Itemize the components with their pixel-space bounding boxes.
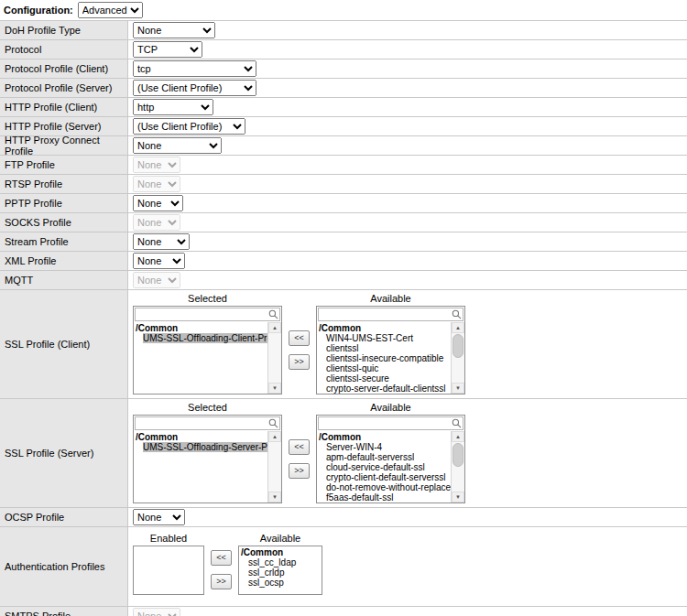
- list-item[interactable]: ssl_ocsp: [239, 578, 322, 588]
- field-label-xml-profile: XML Profile: [0, 252, 128, 270]
- http-proxy-connect-profile-select[interactable]: None: [133, 137, 222, 154]
- scroll-up-arrow-icon[interactable]: ▲: [452, 431, 464, 442]
- list-item-text: /Common: [319, 432, 361, 442]
- ssl-profile-server-move-buttons: <<>>: [289, 439, 310, 479]
- stream-profile-content: None: [128, 232, 687, 251]
- ssl-profile-server-left-column: Selected/CommonUMS-SSL-Offloading-Server…: [133, 402, 282, 503]
- doh-profile-type-select[interactable]: None: [133, 22, 215, 38]
- row-smtps-profile: SMTPS ProfileNone: [0, 607, 687, 616]
- rtsp-profile-select: None: [133, 176, 180, 192]
- list-item[interactable]: ssl_cc_ldap: [239, 557, 322, 567]
- list-item[interactable]: ssl_crldp: [239, 567, 322, 578]
- xml-profile-select[interactable]: None: [133, 253, 185, 269]
- list-item[interactable]: /Common: [134, 432, 267, 442]
- pptp-profile-select[interactable]: None: [133, 195, 183, 211]
- doh-profile-type-content: None: [128, 21, 687, 39]
- ssl-profile-server-left-title: Selected: [133, 402, 282, 415]
- stream-profile-select[interactable]: None: [133, 233, 190, 250]
- list-item[interactable]: clientssl-quic: [317, 363, 451, 373]
- list-item[interactable]: /Common: [134, 323, 267, 333]
- authentication-profiles-left-title: Enabled: [133, 533, 204, 546]
- scroll-track[interactable]: [268, 333, 281, 383]
- authentication-profiles-right-listbox: /Commonssl_cc_ldapssl_crldpssl_ocsp: [238, 546, 322, 595]
- protocol-profile-client-select[interactable]: tcp: [133, 60, 256, 77]
- list-item[interactable]: clientssl-secure: [317, 373, 451, 384]
- scroll-thumb[interactable]: [453, 443, 463, 467]
- ssl-profile-client-right-search: [317, 307, 464, 322]
- scroll-track[interactable]: [268, 442, 281, 492]
- protocol-profile-server-select[interactable]: (Use Client Profile): [133, 80, 256, 96]
- ssl-profile-client-left-list-body: /CommonUMS-SSL-Offloading-Client-Profile…: [134, 322, 281, 394]
- scroll-track[interactable]: [452, 442, 464, 492]
- list-item-text: apm-default-serverssl: [326, 452, 414, 462]
- list-item[interactable]: /Common: [317, 432, 451, 442]
- list-item-text: ssl_cc_ldap: [248, 557, 296, 567]
- authentication-profiles-right-column: Available/Commonssl_cc_ldapssl_crldpssl_…: [238, 533, 322, 595]
- ssl-profile-server-left-search: [134, 416, 281, 431]
- ftp-profile-select: None: [133, 157, 180, 173]
- list-item[interactable]: /Common: [317, 323, 451, 333]
- ssl-profile-client-move-to-right-button[interactable]: >>: [289, 354, 310, 370]
- field-label-mqtt: MQTT: [0, 271, 128, 289]
- scroll-up-arrow-icon[interactable]: ▲: [452, 322, 464, 333]
- scroll-down-arrow-icon[interactable]: ▼: [268, 383, 281, 394]
- list-item[interactable]: f5aas-default-ssl: [317, 492, 451, 503]
- list-item-text: clientssl: [326, 343, 359, 353]
- ocsp-profile-select[interactable]: None: [133, 509, 185, 525]
- configuration-mode-select[interactable]: Advanced: [78, 2, 143, 18]
- list-item[interactable]: clientssl-insecure-compatible: [317, 353, 451, 363]
- scroll-down-arrow-icon[interactable]: ▼: [268, 492, 281, 503]
- protocol-content: TCP: [128, 40, 687, 59]
- search-input[interactable]: [136, 309, 267, 320]
- ssl-profile-client-right-list-body: /CommonWIN4-UMS-EST-Certclientsslclients…: [317, 322, 464, 394]
- http-profile-server-select[interactable]: (Use Client Profile): [133, 118, 245, 135]
- scroll-track[interactable]: [452, 333, 464, 383]
- row-protocol: ProtocolTCP: [0, 40, 687, 59]
- authentication-profiles-move-to-right-button[interactable]: >>: [211, 574, 232, 589]
- row-doh-profile-type: DoH Profile TypeNone: [0, 21, 687, 40]
- list-item[interactable]: clientssl: [317, 343, 451, 353]
- list-item[interactable]: crypto-client-default-serverssl: [317, 472, 451, 482]
- scroll-up-arrow-icon[interactable]: ▲: [268, 322, 281, 333]
- ssl-profile-server-right-title: Available: [316, 402, 465, 415]
- http-profile-server-content: (Use Client Profile): [128, 117, 687, 135]
- authentication-profiles-content: Enabled<<>>Available/Commonssl_cc_ldapss…: [128, 527, 687, 606]
- protocol-select[interactable]: TCP: [133, 41, 202, 58]
- ssl-profile-client-move-to-left-button[interactable]: <<: [289, 330, 310, 346]
- list-item[interactable]: cloud-service-default-ssl: [317, 462, 451, 472]
- scroll-thumb[interactable]: [453, 334, 463, 358]
- http-profile-client-select[interactable]: http: [133, 99, 213, 115]
- list-item-text: clientssl-secure: [326, 373, 389, 384]
- list-item[interactable]: UMS-SSL-Offloading-Client-Profile: [134, 333, 267, 343]
- authentication-profiles-left-column: Enabled: [133, 533, 204, 595]
- authentication-profiles-left-profile-list: [134, 546, 203, 594]
- row-protocol-profile-server: Protocol Profile (Server)(Use Client Pro…: [0, 79, 687, 98]
- search-icon: [267, 418, 279, 428]
- list-item[interactable]: UMS-SSL-Offloading-Server-Profile: [134, 442, 267, 452]
- list-item[interactable]: WIN4-UMS-EST-Cert: [317, 333, 451, 343]
- ssl-profile-server-move-to-left-button[interactable]: <<: [289, 439, 310, 455]
- search-field: [318, 416, 463, 430]
- list-item-text: /Common: [241, 547, 283, 557]
- list-item-text: clientssl-insecure-compatible: [326, 353, 443, 363]
- scroll-up-arrow-icon[interactable]: ▲: [268, 431, 281, 442]
- search-input[interactable]: [319, 418, 451, 429]
- scroll-down-arrow-icon[interactable]: ▼: [452, 383, 464, 394]
- search-input[interactable]: [319, 309, 451, 320]
- ssl-profile-server-right-search: [317, 416, 464, 431]
- list-item[interactable]: crypto-server-default-clientssl: [317, 384, 451, 394]
- list-item[interactable]: /Common: [239, 547, 322, 557]
- scroll-down-arrow-icon[interactable]: ▼: [452, 492, 464, 503]
- search-input[interactable]: [136, 418, 267, 429]
- http-profile-client-content: http: [128, 98, 687, 116]
- rtsp-profile-content: None: [128, 175, 687, 193]
- row-rtsp-profile: RTSP ProfileNone: [0, 175, 687, 194]
- ssl-profile-server-move-to-right-button[interactable]: >>: [289, 463, 310, 479]
- list-item[interactable]: Server-WIN-4: [317, 442, 451, 452]
- list-item-text: ssl_ocsp: [248, 578, 284, 588]
- list-item-text: crypto-client-default-serverssl: [326, 472, 446, 482]
- authentication-profiles-move-to-left-button[interactable]: <<: [211, 550, 232, 566]
- list-item[interactable]: do-not-remove-without-replacement: [317, 482, 451, 492]
- list-item[interactable]: apm-default-serverssl: [317, 452, 451, 462]
- field-label-pptp-profile: PPTP Profile: [0, 194, 128, 212]
